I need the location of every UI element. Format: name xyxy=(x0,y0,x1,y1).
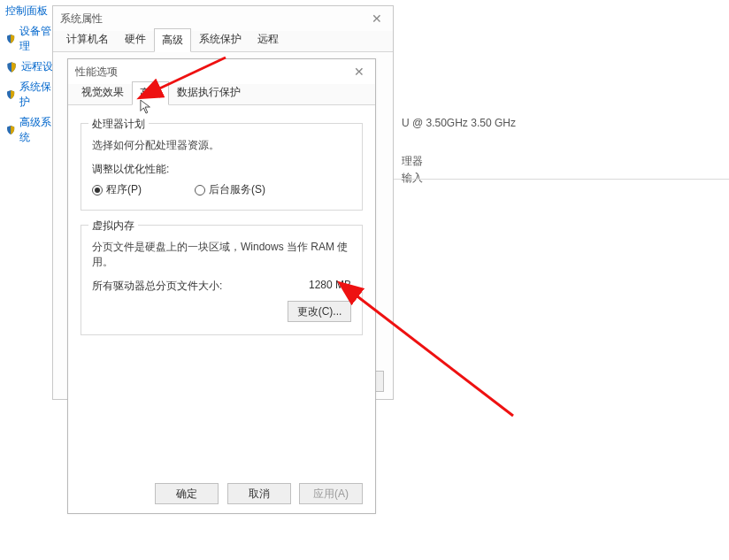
system-info-panel: U @ 3.50GHz 3.50 GHz 理器 输入 xyxy=(402,115,579,188)
window-title: 性能选项 xyxy=(75,65,118,80)
vm-total-row: 所有驱动器总分页文件大小: 1280 MB xyxy=(92,279,351,294)
tab-remote[interactable]: 远程 xyxy=(249,27,287,51)
system-properties-tabs: 计算机名 硬件 高级 系统保护 远程 xyxy=(53,31,393,52)
shield-icon xyxy=(5,61,18,73)
scheduling-desc: 选择如何分配处理器资源。 xyxy=(92,138,351,153)
performance-options-body: 处理器计划 选择如何分配处理器资源。 调整以优化性能: 程序(P) 后台服务(S… xyxy=(68,105,375,362)
sidebar-item-label: 高级系统 xyxy=(19,115,57,145)
tab-advanced[interactable]: 高级 xyxy=(154,28,191,52)
radio-label: 程序(P) xyxy=(106,182,142,197)
sidebar-item-label: 系统保护 xyxy=(19,80,57,110)
group-legend: 虚拟内存 xyxy=(88,219,138,234)
scheduling-radio-row: 程序(P) 后台服务(S) xyxy=(92,182,351,197)
apply-button[interactable]: 应用(A) xyxy=(299,483,363,504)
sidebar-item-label: 远程设 xyxy=(21,59,53,74)
radio-dot-icon xyxy=(195,185,205,196)
tab-system-protection[interactable]: 系统保护 xyxy=(191,27,249,51)
shield-icon xyxy=(5,88,16,101)
close-icon[interactable]: ✕ xyxy=(368,12,386,26)
tab-computer-name[interactable]: 计算机名 xyxy=(58,27,117,51)
radio-label: 后台服务(S) xyxy=(209,182,265,197)
info-line-processor: 理器 xyxy=(402,154,579,169)
radio-background-services[interactable]: 后台服务(S) xyxy=(195,182,265,197)
close-icon[interactable]: ✕ xyxy=(350,65,368,79)
tab-hardware[interactable]: 硬件 xyxy=(117,27,154,51)
performance-options-footer: 确定 取消 应用(A) xyxy=(68,483,375,504)
shield-icon xyxy=(5,124,16,136)
change-button[interactable]: 更改(C)... xyxy=(288,301,351,322)
cpu-info: U @ 3.50GHz 3.50 GHz xyxy=(402,117,579,129)
radio-dot-icon xyxy=(92,185,103,196)
adjust-label: 调整以优化性能: xyxy=(92,162,351,177)
sidebar-title: 控制面板 xyxy=(5,4,57,19)
sidebar-item-remote[interactable]: 远程设 xyxy=(5,59,57,74)
sidebar-item-advanced[interactable]: 高级系统 xyxy=(5,115,57,145)
tab-dep[interactable]: 数据执行保护 xyxy=(169,81,249,104)
sidebar-item-device-manager[interactable]: 设备管理 xyxy=(5,24,57,54)
sidebar-item-protection[interactable]: 系统保护 xyxy=(5,80,57,110)
control-panel-sidebar: 控制面板 设备管理 远程设 系统保护 高级系统 xyxy=(0,0,57,150)
cancel-button[interactable]: 取消 xyxy=(227,483,291,504)
tab-visual-effects[interactable]: 视觉效果 xyxy=(73,81,132,104)
vm-desc: 分页文件是硬盘上的一块区域，Windows 当作 RAM 使用。 xyxy=(92,240,351,270)
performance-options-tabs: 视觉效果 高级 数据执行保护 xyxy=(68,84,375,105)
group-legend: 处理器计划 xyxy=(88,117,149,132)
vm-total-label: 所有驱动器总分页文件大小: xyxy=(92,279,222,294)
virtual-memory-group: 虚拟内存 分页文件是硬盘上的一块区域，Windows 当作 RAM 使用。 所有… xyxy=(81,225,363,335)
tab-advanced-perf[interactable]: 高级 xyxy=(132,81,169,105)
vm-total-value: 1280 MB xyxy=(309,279,351,294)
sidebar-item-label: 设备管理 xyxy=(19,24,57,54)
ok-button[interactable]: 确定 xyxy=(155,483,219,504)
radio-programs[interactable]: 程序(P) xyxy=(92,182,142,197)
window-title: 系统属性 xyxy=(60,12,103,27)
processor-scheduling-group: 处理器计划 选择如何分配处理器资源。 调整以优化性能: 程序(P) 后台服务(S… xyxy=(81,123,363,211)
divider xyxy=(393,179,729,180)
performance-options-window: 性能选项 ✕ 视觉效果 高级 数据执行保护 处理器计划 选择如何分配处理器资源。… xyxy=(67,58,376,514)
shield-icon xyxy=(5,33,16,45)
